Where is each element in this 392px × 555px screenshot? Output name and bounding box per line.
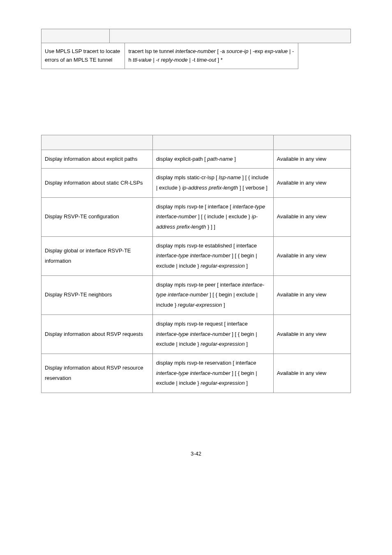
cell-task: Display RSVP-TE neighbors [42,275,153,314]
header-task: Task [42,135,153,150]
cmd-arg: source-ip [226,48,248,54]
cmd-kw: tracert lsp te tunnel [128,48,174,54]
cmd-kw: -exp [253,48,263,54]
cell-task: Display RSVP-TE configuration [42,197,153,236]
table-row: Display information about explicit paths… [42,150,351,169]
cmd-sep: [ [217,48,220,54]
cell-command: tracert lsp te tunnel interface-number [… [125,43,298,69]
cell-task: Display global or interface RSVP-TE info… [42,236,153,275]
cell-task: Display information about RSVP resource … [42,354,153,393]
table-row: Display global or interface RSVP-TE info… [42,236,351,275]
cell-remarks: Available in any view [273,314,350,354]
cmd-arg: ttl-value [133,57,152,63]
table-row: Display RSVP-TE neighbors display mpls r… [42,275,351,314]
cell-remarks: Available in any view [273,236,350,275]
cmd-arg: exp-value [265,48,288,54]
table-row: Display information about RSVP resource … [42,354,351,393]
table-header-row: Task Command Remarks [42,135,351,150]
header-remarks: Remarks [273,135,350,150]
blank-header-left [42,29,110,43]
cmd-kw: -r [156,57,159,63]
cell-remarks: Available in any view [273,197,350,236]
cmd-arg: interface-number [175,48,216,54]
cell-command: display mpls rsvp-te peer [ interface in… [153,275,274,314]
table-row: Display information about static CR-LSPs… [42,169,351,197]
cell-command: display explicit-path [ path-name ] [153,150,274,169]
page-number: 3-42 [41,451,351,457]
cmd-kw: -t [192,57,195,63]
cell-task: Display information about explicit paths [42,150,153,169]
cmd-arg: reply-mode [161,57,188,63]
table-tracert [41,29,351,43]
cell-task: Display information about static CR-LSPs [42,169,153,197]
cmd-sep: | [289,48,292,54]
cell-task: Display information about RSVP requests [42,314,153,354]
cmd-sep: ] * [218,57,223,63]
cmd-sep: | [250,48,253,54]
table-tracert-body: Use MPLS LSP tracert to locate errors of… [41,43,351,69]
cell-remarks: Available in any view [273,275,350,314]
cell-command: display mpls rsvp-te reservation [ inter… [153,354,274,393]
cmd-arg: time-out [197,57,216,63]
blank-header-right [109,29,350,43]
cell-command: display mpls static-cr-lsp [ lsp-name ] … [153,169,274,197]
cell-remarks: Available in any view [273,354,350,393]
table-row: Display RSVP-TE configuration display mp… [42,197,351,236]
table-header-row [42,29,351,43]
cell-command: display mpls rsvp-te request [ interface… [153,314,274,354]
table-display-commands: Task Command Remarks Display information… [41,135,351,393]
cmd-kw: -a [220,48,225,54]
cell-command: display mpls rsvp-te established [ inter… [153,236,274,275]
header-command: Command [153,135,274,150]
table-row: Use MPLS LSP tracert to locate errors of… [42,43,351,69]
cell-remarks: Available in any view [273,150,350,169]
table-row: Display information about RSVP requests … [42,314,351,354]
cell-command: display mpls rsvp-te [ interface [ inter… [153,197,274,236]
cell-task: Use MPLS LSP tracert to locate errors of… [42,43,125,69]
cell-remarks: Available in any view [273,169,350,197]
